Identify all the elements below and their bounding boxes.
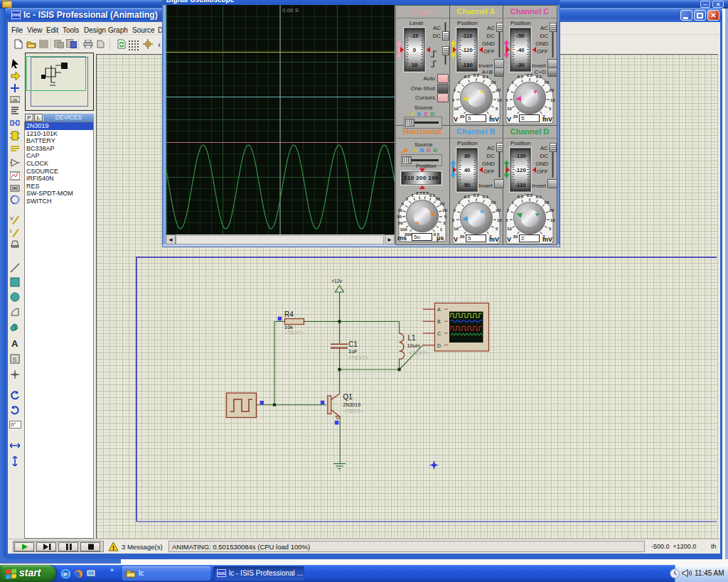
svg-text:0.2: 0.2 xyxy=(473,193,479,197)
svg-text:+12v: +12v xyxy=(331,279,343,284)
svg-text:0.00 S: 0.00 S xyxy=(282,7,299,14)
svg-text:100: 100 xyxy=(400,227,407,232)
svg-text:0.2: 0.2 xyxy=(473,72,479,77)
svg-text:20: 20 xyxy=(459,114,464,118)
svg-text:e: e xyxy=(63,571,67,578)
svg-text:50: 50 xyxy=(491,80,496,85)
svg-text:2N3019: 2N3019 xyxy=(343,402,361,407)
svg-text:10: 10 xyxy=(454,227,459,231)
svg-text:L1: L1 xyxy=(408,334,417,342)
svg-text:20: 20 xyxy=(549,88,554,92)
svg-text:10: 10 xyxy=(550,97,555,102)
svg-text:20: 20 xyxy=(549,208,554,212)
svg-text:Q1: Q1 xyxy=(343,393,353,401)
svg-text:0.1: 0.1 xyxy=(535,195,542,199)
svg-text:10uH: 10uH xyxy=(407,343,420,349)
svg-text:0.5: 0.5 xyxy=(517,195,523,199)
svg-text:10: 10 xyxy=(442,208,447,212)
svg-text:20: 20 xyxy=(496,208,500,212)
svg-text:!: ! xyxy=(112,544,114,551)
svg-text:20: 20 xyxy=(496,88,500,92)
svg-text:50: 50 xyxy=(544,80,549,85)
svg-text:10: 10 xyxy=(550,217,555,222)
svg-text:5: 5 xyxy=(444,215,446,219)
svg-text:20: 20 xyxy=(459,234,464,238)
svg-text:20: 20 xyxy=(513,114,518,118)
svg-text:10: 10 xyxy=(454,107,459,111)
svg-text:<TEXT>: <TEXT> xyxy=(343,408,364,414)
svg-text:0.5: 0.5 xyxy=(517,75,523,79)
svg-text:<TEXT>: <TEXT> xyxy=(348,355,369,361)
svg-text:<TEXT>: <TEXT> xyxy=(284,330,305,336)
svg-text:20: 20 xyxy=(439,202,444,206)
svg-text:A: A xyxy=(437,307,441,312)
svg-text:0.5: 0.5 xyxy=(464,195,470,199)
svg-text:10: 10 xyxy=(507,227,512,231)
svg-text:B: B xyxy=(437,319,441,324)
svg-text:20: 20 xyxy=(397,215,402,219)
svg-text:C: C xyxy=(437,331,441,336)
svg-text:0.5: 0.5 xyxy=(464,75,470,79)
svg-text:10: 10 xyxy=(497,97,502,102)
svg-text:10: 10 xyxy=(497,217,502,222)
svg-text:0.1: 0.1 xyxy=(482,75,488,79)
svg-text:D: D xyxy=(437,343,441,348)
svg-text:50: 50 xyxy=(544,200,549,205)
svg-text:0.1: 0.1 xyxy=(482,195,488,199)
svg-text:R4: R4 xyxy=(284,311,294,318)
svg-text:50: 50 xyxy=(435,197,440,201)
svg-text:10: 10 xyxy=(507,107,512,111)
svg-text:0.1: 0.1 xyxy=(535,75,542,79)
svg-text:0.2: 0.2 xyxy=(526,72,532,77)
svg-text:10: 10 xyxy=(397,208,402,212)
svg-text:<TEXT>: <TEXT> xyxy=(409,350,429,356)
svg-text:C1: C1 xyxy=(348,340,358,348)
svg-text:50: 50 xyxy=(491,200,496,205)
svg-text:50: 50 xyxy=(397,221,402,225)
svg-text:20: 20 xyxy=(513,234,518,238)
svg-text:0.2: 0.2 xyxy=(526,193,532,197)
